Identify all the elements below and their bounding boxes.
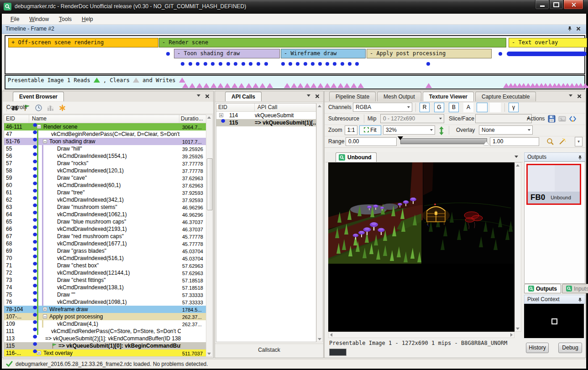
scrollbar-thumb[interactable]	[207, 158, 213, 210]
write-marker-triangle[interactable]	[217, 83, 224, 88]
write-marker-triangle[interactable]	[351, 83, 357, 88]
event-row[interactable]: 51-76−Toon shading draw1017.7...	[4, 138, 206, 145]
scroll-right-icon[interactable]	[510, 333, 513, 337]
draw-event-dot[interactable]	[326, 62, 329, 66]
zoom-level-dropdown[interactable]: 32%	[383, 125, 435, 135]
range-slider[interactable]	[400, 138, 487, 144]
write-marker-triangle[interactable]	[231, 83, 238, 88]
expand-icon[interactable]: +	[37, 351, 41, 355]
draw-event-dot[interactable]	[289, 62, 292, 66]
gamma-button[interactable]: γ	[509, 103, 519, 112]
chevron-down-icon[interactable]	[514, 156, 518, 160]
draw-event-dot[interactable]	[242, 62, 245, 66]
event-row[interactable]: 74vkCmdDrawIndexed(138,1)57.18518	[4, 284, 206, 291]
draw-event-dot[interactable]	[311, 62, 315, 66]
timeline-marker-bar[interactable]: - Apply post processing	[367, 49, 492, 58]
event-row[interactable]: 63Draw "mushroom stems"46.96296	[4, 203, 206, 211]
event-row[interactable]: 70vkCmdDrawIndexed(516,1)45.03704	[4, 255, 206, 262]
event-row[interactable]: 69Draw "grass blades"45.03704	[4, 247, 206, 255]
scroll-down-icon[interactable]	[516, 328, 520, 330]
overlay-dropdown[interactable]: None	[479, 125, 533, 135]
chevron-down-icon[interactable]	[569, 94, 572, 99]
write-marker-triangle[interactable]	[210, 83, 217, 88]
scroll-up-icon[interactable]	[318, 105, 321, 107]
draw-event-dot[interactable]	[219, 62, 222, 66]
clock-icon[interactable]	[35, 104, 42, 112]
history-button[interactable]: History	[526, 343, 549, 353]
event-row[interactable]: 115=> vkQueueSubmit(1)[0]: vkBeginComman…	[4, 342, 206, 349]
api-scrollbar[interactable]	[316, 103, 323, 342]
write-marker-triangle[interactable]	[196, 83, 203, 88]
timeline-marker-bar[interactable]: - Toon shading draw	[174, 49, 280, 58]
open-in-viewer-icon[interactable]	[558, 115, 566, 123]
column-api-call[interactable]: API Call	[255, 104, 316, 111]
draw-event-dot[interactable]	[333, 62, 336, 66]
mip-dropdown[interactable]: 0 - 1272x690	[380, 114, 444, 123]
zoom-range-icon[interactable]	[546, 138, 554, 146]
checkerboard-icon[interactable]	[490, 103, 501, 112]
close-button[interactable]	[563, 0, 583, 10]
write-marker-triangle[interactable]	[324, 83, 331, 88]
event-row[interactable]: 67Draw "red mushroom caps"45.77778	[4, 233, 206, 240]
pixel-context-view[interactable]	[524, 304, 584, 338]
write-marker-triangle[interactable]	[246, 83, 252, 88]
draw-event-dot[interactable]	[249, 62, 252, 66]
overflow-button[interactable]: ▾	[575, 137, 583, 146]
flip-vertical-icon[interactable]	[439, 126, 444, 134]
expand-icon[interactable]: +	[43, 307, 47, 311]
event-row[interactable]: 59Draw "cave"37.62963	[4, 174, 206, 182]
minimize-button[interactable]	[535, 0, 549, 10]
green-channel-button[interactable]: G	[434, 103, 444, 112]
expand-icon[interactable]: +	[219, 113, 223, 117]
save-icon[interactable]	[548, 115, 556, 123]
write-marker-triangle[interactable]	[224, 83, 231, 88]
chevron-down-icon[interactable]	[197, 94, 200, 99]
write-marker-triangle[interactable]	[259, 83, 266, 88]
collapse-icon[interactable]: −	[43, 139, 47, 143]
scroll-left-icon[interactable]	[330, 333, 332, 337]
range-min-input[interactable]: 0.00	[346, 137, 397, 146]
close-icon[interactable]	[205, 94, 210, 99]
asterisk-icon[interactable]	[58, 104, 66, 112]
write-marker-triangle[interactable]	[586, 83, 588, 88]
tab-texture-viewer[interactable]: Texture Viewer	[423, 92, 474, 101]
event-row[interactable]: 76vkCmdDrawIndexed(1098,1)57.33333	[4, 298, 206, 306]
blue-channel-button[interactable]: B	[449, 103, 459, 112]
pin-icon[interactable]	[567, 26, 573, 32]
tab-pipeline-state[interactable]: Pipeline State	[329, 92, 376, 101]
write-marker-triangle[interactable]	[425, 83, 432, 88]
write-marker-triangle[interactable]	[182, 83, 189, 88]
draw-event-dot[interactable]	[348, 62, 352, 66]
write-marker-triangle[interactable]	[297, 83, 304, 88]
range-max-input[interactable]: 1.00	[490, 137, 539, 146]
tab-inputs[interactable]: Inputs	[562, 284, 588, 293]
tab-mesh-output[interactable]: Mesh Output	[377, 92, 421, 101]
stats-icon[interactable]	[47, 104, 54, 112]
event-row[interactable]: 113=> vkQueueSubmit(2)[1]: vkEndCommandB…	[4, 335, 206, 342]
event-row[interactable]: 60vkCmdDrawIndexed(60,1)37.62963	[4, 182, 206, 189]
draw-event-dot[interactable]	[166, 52, 170, 56]
scroll-up-icon[interactable]	[516, 164, 520, 167]
timeline-marker-bar[interactable]: - Render scene	[159, 38, 506, 47]
menu-window[interactable]: Window	[25, 15, 53, 24]
texture-vertical-scrollbar[interactable]	[514, 162, 521, 332]
event-row[interactable]: 55Draw "hill"39.25926	[4, 145, 206, 152]
event-row[interactable]: 57Draw "rocks"37.77778	[4, 160, 206, 167]
menu-file[interactable]: File	[6, 15, 23, 24]
draw-event-dot[interactable]	[181, 62, 184, 66]
event-row[interactable]: 46-111−Render scene3064.7...	[4, 123, 206, 130]
column-name[interactable]: Name	[29, 115, 179, 123]
collapse-icon[interactable]: −	[37, 125, 41, 129]
channels-dropdown[interactable]: RGBA	[353, 103, 412, 112]
event-row[interactable]: 58vkCmdDrawIndexed(120,1)37.77778	[4, 167, 206, 174]
draw-event-dot[interactable]	[499, 52, 502, 56]
draw-event-dot[interactable]	[211, 62, 215, 66]
scroll-down-icon[interactable]	[207, 353, 211, 355]
event-browser-scrollbar[interactable]	[206, 115, 213, 357]
write-marker-triangle[interactable]	[357, 83, 364, 88]
draw-event-dot[interactable]	[204, 62, 207, 66]
write-marker-triangle[interactable]	[267, 83, 273, 88]
range-white-point-handle[interactable]	[483, 141, 489, 145]
menu-help[interactable]: Help	[78, 15, 97, 24]
fb0-thumbnail[interactable]: FB0 Unbound	[526, 164, 581, 205]
